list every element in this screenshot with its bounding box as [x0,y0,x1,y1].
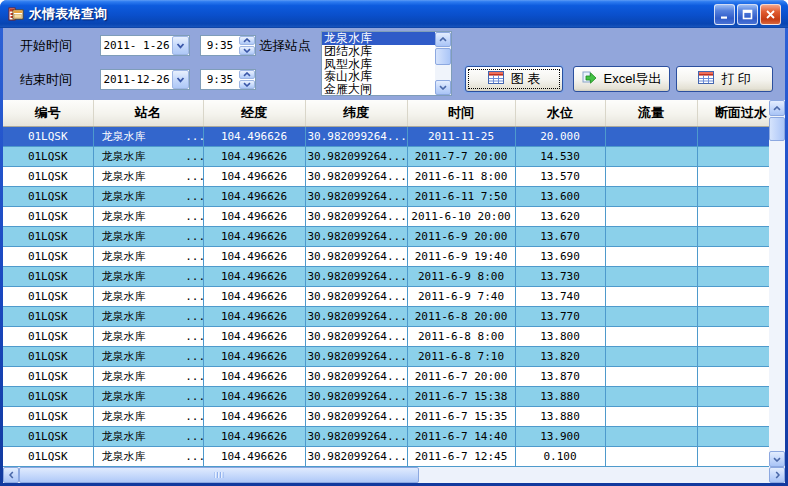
table-cell[interactable]: 13.800 [515,326,605,346]
table-cell[interactable]: 104.496626 [203,266,305,286]
table-cell[interactable]: 104.496626 [203,126,305,146]
table-cell[interactable]: 龙泉水库 ... [93,166,203,186]
table-cell[interactable]: 龙泉水库 ... [93,446,203,466]
table-cell[interactable]: 13.770 [515,306,605,326]
table-cell[interactable]: 2011-6-11 8:00 [407,166,515,186]
table-cell[interactable] [605,386,697,406]
table-cell[interactable]: 104.496626 [203,146,305,166]
table-cell[interactable]: 104.496626 [203,426,305,446]
scroll-up-icon[interactable] [435,32,451,47]
table-cell[interactable]: 30.982099264... [305,146,407,166]
table-cell[interactable]: 龙泉水库 ... [93,426,203,446]
start-time-spinner[interactable]: 9:35 [200,35,256,56]
table-cell[interactable]: 30.982099264... [305,186,407,206]
listbox-scrollbar[interactable] [435,32,451,95]
table-cell[interactable]: 龙泉水库 ... [93,186,203,206]
table-cell[interactable]: 104.496626 [203,406,305,426]
table-cell[interactable]: 104.496626 [203,446,305,466]
spinner-down-icon[interactable] [239,80,255,89]
listbox-item[interactable]: 龙泉水库 [322,32,435,45]
table-cell[interactable]: 龙泉水库 ... [93,366,203,386]
table-cell[interactable] [605,426,697,446]
table-cell[interactable]: 13.820 [515,346,605,366]
table-cell[interactable]: 30.982099264... [305,406,407,426]
table-cell[interactable]: 龙泉水库 ... [93,346,203,366]
table-cell[interactable]: 30.982099264... [305,266,407,286]
spinner-up-icon[interactable] [239,70,255,79]
table-cell[interactable]: 龙泉水库 ... [93,206,203,226]
table-cell[interactable]: 01LQSK [3,346,93,366]
table-cell[interactable]: 龙泉水库 ... [93,386,203,406]
table-row[interactable]: 01LQSK龙泉水库 ...104.49662630.982099264...2… [3,446,785,466]
table-cell[interactable]: 104.496626 [203,386,305,406]
table-cell[interactable]: 01LQSK [3,306,93,326]
table-cell[interactable]: 2011-6-9 8:00 [407,266,515,286]
table-cell[interactable]: 30.982099264... [305,386,407,406]
excel-export-button[interactable]: Excel导出 [573,66,670,92]
listbox-item[interactable]: 团结水库 [322,45,435,58]
scroll-down-icon[interactable] [769,451,785,467]
table-cell[interactable]: 01LQSK [3,166,93,186]
table-cell[interactable]: 01LQSK [3,146,93,166]
table-cell[interactable]: 104.496626 [203,286,305,306]
table-cell[interactable]: 01LQSK [3,126,93,146]
table-cell[interactable]: 13.620 [515,206,605,226]
table-cell[interactable] [605,306,697,326]
table-cell[interactable] [605,286,697,306]
horizontal-scrollbar[interactable] [3,467,785,483]
table-cell[interactable]: 01LQSK [3,366,93,386]
table-cell[interactable]: 龙泉水库 ... [93,286,203,306]
table-cell[interactable]: 2011-6-9 20:00 [407,226,515,246]
table-cell[interactable]: 13.870 [515,366,605,386]
chevron-down-icon[interactable] [172,70,189,89]
close-button[interactable] [760,4,781,25]
table-cell[interactable]: 13.880 [515,386,605,406]
table-cell[interactable]: 01LQSK [3,406,93,426]
table-cell[interactable]: 01LQSK [3,446,93,466]
table-cell[interactable]: 30.982099264... [305,286,407,306]
table-cell[interactable] [605,266,697,286]
table-cell[interactable]: 01LQSK [3,386,93,406]
table-cell[interactable]: 2011-6-9 7:40 [407,286,515,306]
table-cell[interactable] [605,206,697,226]
table-cell[interactable]: 30.982099264... [305,366,407,386]
table-cell[interactable]: 2011-6-8 7:10 [407,346,515,366]
table-cell[interactable]: 13.690 [515,246,605,266]
table-cell[interactable]: 01LQSK [3,286,93,306]
table-cell[interactable]: 龙泉水库 ... [93,246,203,266]
table-cell[interactable] [605,246,697,266]
table-cell[interactable]: 104.496626 [203,326,305,346]
table-cell[interactable] [605,326,697,346]
table-row[interactable]: 01LQSK龙泉水库 ...104.49662630.982099264...2… [3,346,785,366]
table-row[interactable]: 01LQSK龙泉水库 ...104.49662630.982099264...2… [3,386,785,406]
table-cell[interactable]: 30.982099264... [305,226,407,246]
scroll-left-icon[interactable] [3,467,19,483]
table-cell[interactable]: 龙泉水库 ... [93,406,203,426]
column-header[interactable]: 水位 [515,100,605,126]
table-cell[interactable]: 2011-6-8 8:00 [407,326,515,346]
table-cell[interactable] [605,126,697,146]
column-header[interactable]: 编号 [3,100,93,126]
table-cell[interactable]: 104.496626 [203,166,305,186]
spinner-down-icon[interactable] [239,46,255,55]
table-cell[interactable]: 13.900 [515,426,605,446]
table-row[interactable]: 01LQSK龙泉水库 ...104.49662630.982099264...2… [3,126,785,146]
table-cell[interactable]: 龙泉水库 ... [93,126,203,146]
scroll-right-icon[interactable] [769,467,785,483]
table-cell[interactable]: 2011-6-7 20:00 [407,366,515,386]
table-cell[interactable]: 龙泉水库 ... [93,226,203,246]
chart-button[interactable]: 图 表 [465,66,563,92]
table-cell[interactable]: 30.982099264... [305,306,407,326]
column-header[interactable]: 纬度 [305,100,407,126]
scroll-down-icon[interactable] [435,80,451,95]
table-row[interactable]: 01LQSK龙泉水库 ...104.49662630.982099264...2… [3,406,785,426]
table-cell[interactable]: 01LQSK [3,226,93,246]
table-cell[interactable]: 30.982099264... [305,426,407,446]
column-header[interactable]: 经度 [203,100,305,126]
spinner-up-icon[interactable] [239,36,255,45]
table-cell[interactable]: 30.982099264... [305,246,407,266]
station-listbox[interactable]: 龙泉水库团结水库凤型水库泰山水库金雁大闸 [321,31,452,96]
column-header[interactable]: 站名 [93,100,203,126]
table-cell[interactable]: 104.496626 [203,246,305,266]
table-cell[interactable]: 30.982099264... [305,446,407,466]
